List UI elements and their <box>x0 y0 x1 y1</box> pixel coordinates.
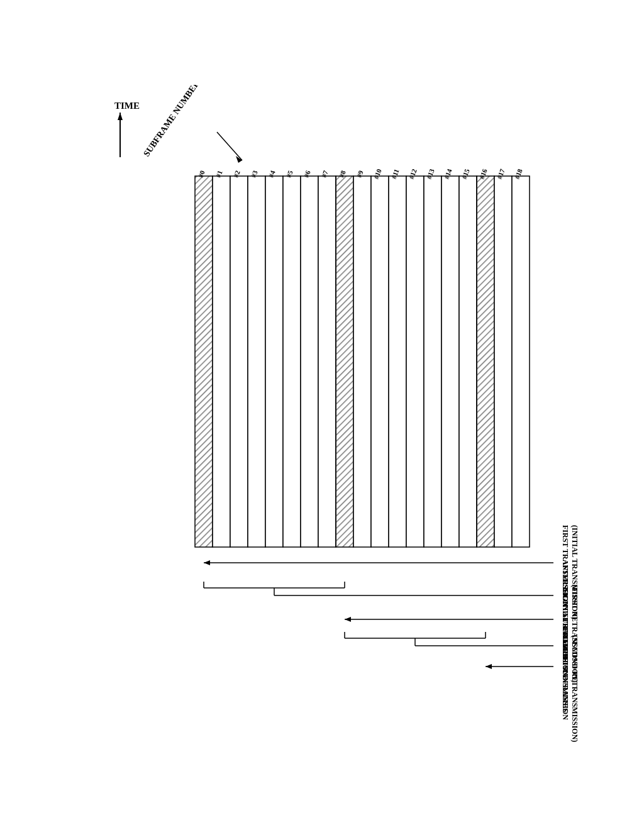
svg-rect-13 <box>301 176 318 547</box>
svg-rect-25 <box>512 176 530 547</box>
diagram-svg: TIME SUBFRAME NUMBER #0 #1 #2 <box>94 85 629 808</box>
svg-line-5 <box>217 132 242 160</box>
svg-marker-66 <box>486 664 492 669</box>
svg-rect-19 <box>406 176 424 547</box>
page: TIME SUBFRAME NUMBER #0 #1 #2 <box>0 0 644 830</box>
svg-rect-8 <box>213 176 230 547</box>
svg-rect-21 <box>441 176 459 547</box>
svg-rect-20 <box>424 176 441 547</box>
svg-rect-15 <box>336 176 353 547</box>
svg-marker-46 <box>204 560 210 565</box>
svg-rect-9 <box>230 176 248 547</box>
svg-text:THIRD TRANSMISSION: THIRD TRANSMISSION <box>561 635 570 720</box>
svg-text:TIME: TIME <box>114 101 140 111</box>
svg-rect-10 <box>248 176 265 547</box>
svg-text:SUBFRAME NUMBER: SUBFRAME NUMBER <box>142 85 202 158</box>
svg-rect-14 <box>318 176 336 547</box>
svg-rect-18 <box>389 176 406 547</box>
svg-rect-7 <box>195 176 213 547</box>
svg-rect-16 <box>353 176 371 547</box>
svg-rect-17 <box>371 176 389 547</box>
svg-rect-22 <box>459 176 477 547</box>
svg-marker-56 <box>345 617 351 622</box>
svg-rect-24 <box>494 176 512 547</box>
svg-text:(SECOND RETRANSMISSION): (SECOND RETRANSMISSION) <box>570 635 579 742</box>
svg-rect-11 <box>265 176 283 547</box>
svg-rect-23 <box>477 176 494 547</box>
svg-rect-12 <box>283 176 301 547</box>
svg-marker-3 <box>118 113 123 120</box>
